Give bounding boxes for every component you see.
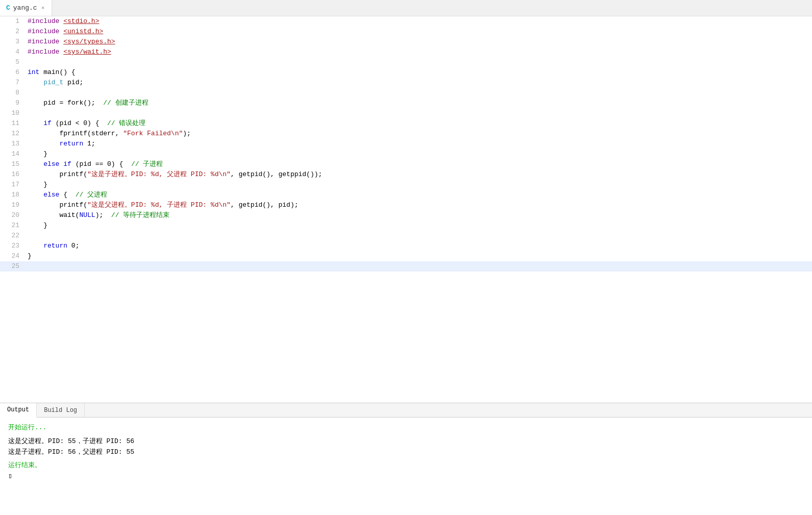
line-content: else if (pid == 0) { // 子进程 [26,159,812,169]
line-number: 22 [0,231,26,241]
line-content: printf("这是父进程。PID: %d, 子进程 PID: %d\n", g… [26,200,812,210]
output-line1: 这是父进程。PID: 55，子进程 PID: 56 [8,436,804,447]
line-number: 9 [0,98,26,108]
line-number: 6 [0,67,26,78]
line-number: 5 [0,57,26,67]
line-number: 21 [0,220,26,231]
table-row: 14 } [0,149,812,159]
code-table: 1#include <stdio.h>2#include <unistd.h>3… [0,16,812,272]
line-content: pid = fork(); // 创建子进程 [26,98,812,108]
line-content: printf("这是子进程。PID: %d, 父进程 PID: %d\n", g… [26,169,812,180]
line-content: pid_t pid; [26,78,812,88]
tab-close-button[interactable]: × [40,5,46,11]
line-number: 16 [0,169,26,180]
line-number: 24 [0,251,26,261]
table-row: 13 return 1; [0,139,812,149]
line-content: fprintf(stderr, "Fork Failed\n"); [26,129,812,139]
table-row: 5 [0,57,812,67]
tab-yang-c[interactable]: C yang.c × [0,0,52,16]
table-row: 2#include <unistd.h> [0,27,812,37]
table-row: 25 [0,261,812,272]
line-number: 19 [0,200,26,210]
table-row: 15 else if (pid == 0) { // 子进程 [0,159,812,169]
table-row: 21 } [0,220,812,231]
panel-content: 开始运行... 这是父进程。PID: 55，子进程 PID: 56 这是子进程。… [0,418,812,515]
line-number: 18 [0,190,26,200]
line-number: 12 [0,129,26,139]
table-row: 24} [0,251,812,261]
output-cursor: ▯ [8,471,804,482]
line-number: 3 [0,37,26,47]
table-row: 8 [0,88,812,98]
line-content: #include <unistd.h> [26,27,812,37]
line-content [26,261,812,272]
line-content [26,108,812,118]
editor-area: 1#include <stdio.h>2#include <unistd.h>3… [0,16,812,403]
table-row: 1#include <stdio.h> [0,16,812,27]
line-content: } [26,220,812,231]
line-number: 23 [0,241,26,251]
line-content [26,88,812,98]
table-row: 4#include <sys/wait.h> [0,47,812,57]
line-content: } [26,149,812,159]
tab-bar: C yang.c × [0,0,812,16]
bottom-panel: Output Build Log 开始运行... 这是父进程。PID: 55，子… [0,403,812,515]
line-number: 11 [0,118,26,129]
table-row: 18 else { // 父进程 [0,190,812,200]
line-content: #include <sys/wait.h> [26,47,812,57]
tab-filename: yang.c [13,4,37,12]
line-number: 14 [0,149,26,159]
line-number: 1 [0,16,26,27]
line-number: 2 [0,27,26,37]
table-row: 20 wait(NULL); // 等待子进程结束 [0,210,812,220]
line-number: 8 [0,88,26,98]
table-row: 19 printf("这是父进程。PID: %d, 子进程 PID: %d\n"… [0,200,812,210]
line-number: 15 [0,159,26,169]
table-row: 17 } [0,180,812,190]
line-content [26,57,812,67]
line-content: return 1; [26,139,812,149]
table-row: 22 [0,231,812,241]
table-row: 3#include <sys/types.h> [0,37,812,47]
line-content: } [26,251,812,261]
table-row: 10 [0,108,812,118]
table-row: 9 pid = fork(); // 创建子进程 [0,98,812,108]
c-file-icon: C [6,4,10,12]
output-line2: 这是子进程。PID: 56，父进程 PID: 55 [8,447,804,458]
table-row: 23 return 0; [0,241,812,251]
line-number: 20 [0,210,26,220]
table-row: 12 fprintf(stderr, "Fork Failed\n"); [0,129,812,139]
line-number: 4 [0,47,26,57]
table-row: 7 pid_t pid; [0,78,812,88]
line-number: 13 [0,139,26,149]
line-content: wait(NULL); // 等待子进程结束 [26,210,812,220]
tab-build-log[interactable]: Build Log [37,403,85,417]
output-start-text: 开始运行... [8,423,804,433]
line-number: 17 [0,180,26,190]
tab-output[interactable]: Output [0,403,37,418]
code-container[interactable]: 1#include <stdio.h>2#include <unistd.h>3… [0,16,812,403]
line-content: else { // 父进程 [26,190,812,200]
line-content: if (pid < 0) { // 错误处理 [26,118,812,129]
line-content: return 0; [26,241,812,251]
line-content [26,231,812,241]
line-number: 10 [0,108,26,118]
output-end-text: 运行结束。 [8,460,804,471]
line-number: 7 [0,78,26,88]
table-row: 6int main() { [0,67,812,78]
panel-tabs: Output Build Log [0,403,812,418]
table-row: 16 printf("这是子进程。PID: %d, 父进程 PID: %d\n"… [0,169,812,180]
line-content: } [26,180,812,190]
line-content: #include <stdio.h> [26,16,812,27]
table-row: 11 if (pid < 0) { // 错误处理 [0,118,812,129]
line-content: #include <sys/types.h> [26,37,812,47]
line-content: int main() { [26,67,812,78]
line-number: 25 [0,261,26,272]
